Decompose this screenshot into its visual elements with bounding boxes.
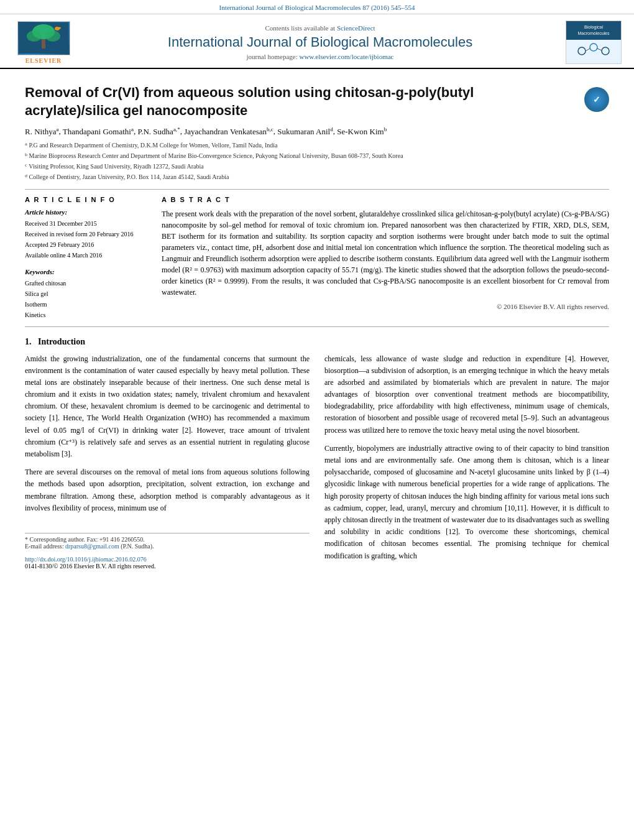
author-kim: Se-Kwon Kimb	[337, 127, 387, 136]
authors-line: R. Nithyaa, Thandapani Gomathia, P.N. Su…	[25, 126, 609, 136]
email-label: E-mail address:	[25, 543, 65, 550]
author-nithya: R. Nithyaa	[25, 127, 59, 136]
journal-homepage: journal homepage: www.elsevier.com/locat…	[87, 53, 553, 60]
intro-body-columns: Amidst the growing industrialization, on…	[25, 353, 609, 570]
svg-rect-4	[42, 39, 45, 48]
intro-left-col: Amidst the growing industrialization, on…	[25, 353, 310, 570]
author-gomathi: Thandapani Gomathia	[63, 127, 134, 136]
revised-date: Received in revised form 20 February 201…	[25, 229, 149, 239]
keyword-3: Isotherm	[25, 299, 149, 310]
email-link[interactable]: drparsu8@gmail.com	[65, 543, 119, 550]
svg-text:Biological: Biological	[584, 25, 603, 30]
author-venkatesan: Jayachandran Venkatesanb,c	[184, 127, 273, 136]
section-heading: Introduction	[38, 337, 85, 346]
section-title-intro: 1. Introduction	[25, 337, 609, 347]
keywords-label: Keywords:	[25, 268, 149, 275]
homepage-url[interactable]: www.elsevier.com/locate/ijbiomac	[299, 53, 393, 60]
article-main: Removal of Cr(VI) from aqueous solution …	[0, 69, 634, 576]
corresponding-note: * Corresponding author. Fax: +91 416 226…	[25, 536, 310, 543]
section-num: 1.	[25, 337, 32, 346]
journal-center-block: Contents lists available at ScienceDirec…	[75, 24, 566, 60]
homepage-label: journal homepage:	[247, 53, 300, 60]
article-info-abstract: A R T I C L E I N F O Article history: R…	[25, 196, 609, 320]
article-dates: Received 31 December 2015 Received in re…	[25, 218, 149, 261]
abstract-header: A B S T R A C T	[162, 196, 609, 203]
author-sudha: P.N. Sudhaa,*	[137, 127, 180, 136]
journal-header: ELSEVIER Contents lists available at Sci…	[0, 14, 634, 69]
available-date: Available online 4 March 2016	[25, 250, 149, 261]
keywords-list: Grafted chitosan Silica gel Isotherm Kin…	[25, 278, 149, 320]
article-history-label: Article history:	[25, 208, 149, 216]
accepted-date: Accepted 29 February 2016	[25, 239, 149, 250]
journal-badge-icon: Biological Macromolecules	[566, 21, 621, 63]
footnote-block: * Corresponding author. Fax: +91 416 226…	[25, 533, 310, 550]
sciencedirect-link[interactable]: ScienceDirect	[337, 24, 375, 32]
intro-right-para2: Currently, biopolymers are industrially …	[324, 443, 609, 562]
elsevier-logo-box	[17, 21, 70, 55]
svg-text:Macromolecules: Macromolecules	[578, 31, 610, 35]
keyword-4: Kinetics	[25, 310, 149, 320]
article-info-header: A R T I C L E I N F O	[25, 196, 149, 203]
intro-para1: Amidst the growing industrialization, on…	[25, 353, 310, 461]
elsevier-label: ELSEVIER	[25, 57, 62, 64]
intro-para2: There are several discourses on the remo…	[25, 466, 310, 514]
footer-links: http://dx.doi.org/10.1016/j.ijbiomac.201…	[25, 556, 310, 570]
page-wrapper: International Journal of Biological Macr…	[0, 0, 634, 840]
article-title: Removal of Cr(VI) from aqueous solution …	[25, 84, 584, 119]
abstract-text: The present work deals with the preparat…	[162, 208, 609, 298]
keywords-section: Keywords: Grafted chitosan Silica gel Is…	[25, 268, 149, 320]
divider-2	[25, 326, 609, 327]
keyword-1: Grafted chitosan	[25, 278, 149, 288]
author-anil: Sukumaran Anild	[277, 127, 333, 136]
received-date: Received 31 December 2015	[25, 218, 149, 229]
affiliations: ᵃ P.G and Research Department of Chemist…	[25, 141, 609, 182]
contents-available: Contents lists available at ScienceDirec…	[87, 24, 553, 32]
top-citation-bar: International Journal of Biological Macr…	[0, 0, 634, 14]
crossmark-icon: ✓	[593, 95, 600, 105]
intro-right-col: chemicals, less allowance of waste sludg…	[324, 353, 609, 570]
introduction-section: 1. Introduction Amidst the growing indus…	[25, 337, 609, 570]
affiliation-b: ᵇ Marine Bioprocess Research Center and …	[25, 151, 609, 160]
email-suffix: (P.N. Sudha).	[121, 543, 154, 550]
affiliation-c: ᶜ Visiting Professor, King Saud Universi…	[25, 162, 609, 171]
article-history: Article history: Received 31 December 20…	[25, 208, 149, 261]
contents-label: Contents lists available at	[265, 24, 336, 32]
footer-copyright: 0141-8130/© 2016 Elsevier B.V. All right…	[25, 563, 155, 570]
article-info-col: A R T I C L E I N F O Article history: R…	[25, 196, 149, 320]
svg-rect-7	[566, 21, 621, 40]
svg-point-3	[45, 30, 60, 42]
intro-right-para1: chemicals, less allowance of waste sludg…	[324, 353, 609, 436]
svg-point-2	[27, 30, 42, 42]
affiliation-a: ᵃ P.G and Research Department of Chemist…	[25, 141, 609, 150]
abstract-col: A B S T R A C T The present work deals w…	[162, 196, 609, 320]
elsevier-logo: ELSEVIER	[12, 21, 75, 64]
keyword-2: Silica gel	[25, 288, 149, 299]
affiliation-d: ᵈ College of Dentistry, Jazan University…	[25, 172, 609, 182]
journal-logo-badge: Biological Macromolecules	[566, 21, 622, 64]
divider-1	[25, 189, 609, 190]
doi-link[interactable]: http://dx.doi.org/10.1016/j.ijbiomac.201…	[25, 556, 147, 563]
abstract-copyright: © 2016 Elsevier B.V. All rights reserved…	[162, 303, 609, 310]
article-title-section: Removal of Cr(VI) from aqueous solution …	[25, 84, 609, 119]
crossmark-badge[interactable]: ✓	[584, 87, 609, 112]
journal-title: International Journal of Biological Macr…	[87, 34, 553, 50]
svg-point-6	[58, 27, 61, 29]
elsevier-tree-icon	[19, 22, 68, 53]
journal-citation: International Journal of Biological Macr…	[219, 4, 415, 11]
email-line: E-mail address: drparsu8@gmail.com (P.N.…	[25, 543, 310, 550]
